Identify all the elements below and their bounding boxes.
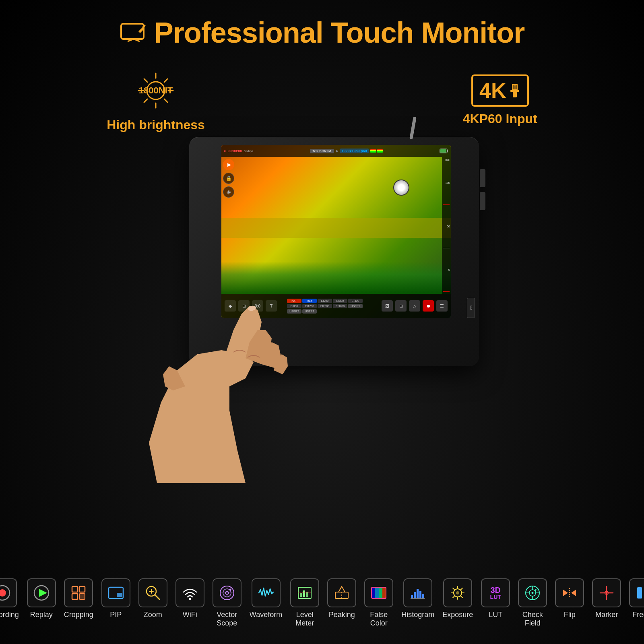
hand-gesture <box>125 290 366 491</box>
waveform-icon <box>257 584 275 602</box>
feature-pip: PIP <box>101 578 130 619</box>
signal-bars <box>370 149 383 153</box>
peaking-label: Peaking <box>329 611 355 619</box>
svg-line-7 <box>164 99 167 102</box>
side-btn-2 <box>480 192 485 210</box>
flip-icon <box>561 584 578 602</box>
svg-line-33 <box>155 595 159 599</box>
vector-scope-icon <box>218 584 236 602</box>
check-field-icon-box: B <box>518 578 547 607</box>
svg-rect-15 <box>513 85 514 89</box>
svg-rect-19 <box>447 150 448 152</box>
resolution-label: 1920x1080 p60 <box>340 149 369 153</box>
svg-line-70 <box>461 588 462 590</box>
level-meter-icon-box <box>290 578 319 607</box>
svg-line-6 <box>144 79 147 82</box>
features-bar: Recording Replay Cropping <box>0 578 644 628</box>
ire-scale: IRE 100 50 0 <box>442 157 451 294</box>
pattern-label: Test Pattern1 <box>310 149 334 153</box>
play-btn: ▶ <box>223 159 234 170</box>
svg-rect-58 <box>414 592 416 599</box>
check-field-label: Check Field <box>518 611 547 628</box>
svg-rect-53 <box>375 587 379 599</box>
lock-btn: 🔒 <box>223 173 234 184</box>
hdmi-plug-icon <box>509 83 521 98</box>
svg-rect-44 <box>300 593 302 597</box>
feature-check-field: B Check Field <box>518 578 547 628</box>
wifi-icon <box>181 584 199 602</box>
battery-icon <box>440 148 448 154</box>
hud-top-bar: ● 00:00:00 0 kbps Test Pattern1 ▶ 1920x1… <box>221 145 451 157</box>
brightness-callout: 1800NIT High brightness <box>107 68 205 132</box>
rec-icon-btn: ⏺ <box>423 300 434 312</box>
bitrate: 0 kbps <box>244 149 253 153</box>
feature-level-meter: Level Meter <box>290 578 319 628</box>
recording-icon-box <box>0 578 17 607</box>
svg-rect-16 <box>514 85 516 89</box>
replay-icon-box <box>27 578 56 607</box>
feature-recording: Recording <box>0 578 19 619</box>
svg-rect-57 <box>411 595 413 599</box>
lut-label: LUT <box>489 611 502 619</box>
mountain-icon-btn: △ <box>409 300 420 312</box>
monitor-icon <box>120 21 148 44</box>
svg-line-68 <box>453 588 454 590</box>
svg-text:B: B <box>535 588 538 592</box>
wifi-label: WiFi <box>183 611 197 619</box>
svg-line-9 <box>144 99 147 102</box>
left-controls: ▶ 🔒 ◉ <box>223 159 234 198</box>
waveform-label: Waveform <box>250 611 282 619</box>
feature-marker: Marker <box>592 578 621 619</box>
yellow-band <box>221 218 451 238</box>
svg-rect-54 <box>379 587 382 599</box>
svg-rect-52 <box>372 587 375 599</box>
svg-marker-49 <box>339 586 345 592</box>
waveform-overlay <box>221 262 451 294</box>
marker-icon <box>598 584 615 602</box>
recording-label: Recording <box>0 611 19 619</box>
waveform-icon-box <box>252 578 281 607</box>
svg-rect-17 <box>516 85 517 89</box>
vector-scope-icon-box <box>213 578 242 607</box>
hud-left: ● 00:00:00 0 kbps <box>224 149 253 153</box>
level-meter-icon <box>296 584 314 602</box>
sd-slot: SD <box>467 298 475 318</box>
svg-rect-13 <box>513 92 517 97</box>
vector-scope-label: Vector Scope <box>213 611 242 628</box>
feature-false-color: False Color <box>364 578 393 628</box>
marker-icon-box <box>592 578 621 607</box>
4k-label: 4KP60 Input <box>463 111 537 126</box>
false-color-icon-box <box>364 578 393 607</box>
replay-icon <box>33 584 50 602</box>
lut-icon-box: 3D LUT <box>481 578 510 607</box>
svg-rect-12 <box>510 90 519 92</box>
false-color-label: False Color <box>364 611 393 628</box>
svg-rect-28 <box>72 594 78 599</box>
svg-line-8 <box>164 79 167 82</box>
svg-point-75 <box>532 592 534 594</box>
header: Professional Touch Monitor <box>0 16 644 49</box>
pip-icon <box>107 584 125 602</box>
zoom-label: Zoom <box>144 611 162 619</box>
svg-rect-26 <box>72 586 78 592</box>
peaking-icon <box>333 584 351 602</box>
feature-flip: Flip <box>555 578 584 619</box>
img-icon-btn: 🖼 <box>382 300 393 312</box>
feature-waveform: Waveform <box>250 578 282 619</box>
exposure-icon <box>449 584 466 602</box>
feature-freeze: Freeze <box>629 578 644 619</box>
svg-marker-81 <box>563 590 568 596</box>
bottom-right-icons: 🖼 ⊞ △ ⏺ ☰ <box>382 300 448 312</box>
sun-icon: 1800NIT <box>134 68 178 113</box>
feature-peaking: Peaking <box>327 578 356 619</box>
feature-replay: Replay <box>27 578 56 619</box>
freeze-icon-box <box>629 578 644 607</box>
svg-marker-25 <box>39 589 47 597</box>
zoom-icon <box>144 584 162 602</box>
svg-line-71 <box>453 596 454 598</box>
hand-svg <box>125 290 366 491</box>
4k-badge: 4K <box>471 74 528 107</box>
side-buttons <box>480 169 485 210</box>
false-color-icon <box>370 584 388 602</box>
zoom-icon-box <box>138 578 167 607</box>
